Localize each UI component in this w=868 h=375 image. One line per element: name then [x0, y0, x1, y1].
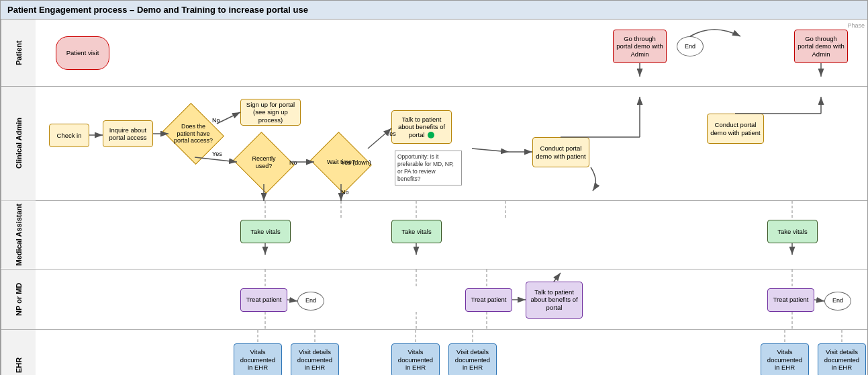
lane-label-clinical-admin: Clinical Admin — [1, 87, 36, 200]
end-oval-3: End — [824, 292, 851, 310]
go-through-admin-1: Go through portal demo with Admin — [613, 30, 667, 63]
no-label-2: No — [289, 159, 297, 166]
treat-patient-2: Treat patient — [465, 288, 512, 312]
diagram-title: Patient Engagement process – Demo and Tr… — [7, 5, 308, 15]
patient-lane-arrows — [36, 19, 867, 86]
lane-label-patient: Patient — [1, 19, 36, 86]
conduct-demo-1: Conduct portal demo with patient — [532, 137, 589, 167]
recently-used-diamond: Recently used? — [237, 140, 291, 184]
sign-up: Sign up for portal (see sign up process) — [240, 99, 301, 126]
inquire-portal: Inquire about portal access — [103, 120, 153, 147]
lane-ehr: EHR Vitals documented in EHR Visit detai… — [1, 330, 867, 375]
np-md-arrows — [36, 269, 867, 329]
end-oval-2: End — [297, 292, 324, 310]
lane-label-ma: Medical Assistant — [1, 201, 36, 269]
vitals-ehr-1: Vitals documented in EHR — [234, 343, 282, 375]
vitals-ehr-2: Vitals documented in EHR — [391, 343, 440, 375]
patient-visit-shape: Patient visit — [56, 36, 109, 70]
title-bar: Patient Engagement process – Demo and Tr… — [1, 1, 867, 19]
talk-to-patient: Talk to patient about benefits of portal — [391, 110, 452, 144]
no-label-3: No — [341, 189, 349, 196]
conduct-demo-2: Conduct portal demo with patient — [707, 114, 764, 144]
opportunity-note: Opportunity: is it preferable for MD, NP… — [395, 151, 462, 185]
take-vitals-3: Take vitals — [767, 220, 818, 243]
svg-line-6 — [217, 112, 240, 124]
lane-np-md: NP or MD Treat patient End Treat patient… — [1, 269, 867, 330]
visit-ehr-3: Visit details documented in EHR — [818, 343, 866, 375]
visit-ehr-1: Visit details documented in EHR — [291, 343, 339, 375]
yes-label-2: Yes — [386, 130, 396, 137]
lane-content-ehr: Vitals documented in EHR Visit details d… — [36, 330, 867, 375]
diagram-container: Patient Engagement process – Demo and Tr… — [0, 0, 868, 375]
lane-label-ehr: EHR — [1, 330, 36, 375]
swim-lanes: Patient Patient visit Go through portal … — [1, 19, 867, 375]
lane-clinical-admin: Clinical Admin Check in Inquire about po… — [1, 87, 867, 201]
check-in: Check in — [49, 124, 89, 147]
end-oval-1: End — [677, 36, 704, 56]
yes-label-1: Yes — [212, 151, 222, 157]
take-vitals-1: Take vitals — [240, 220, 291, 243]
talk-benefits-portal: Talk to patient about benefits of portal — [526, 282, 583, 319]
lane-content-np-md: Treat patient End Treat patient Talk to … — [36, 269, 867, 329]
svg-line-30 — [554, 273, 561, 282]
treat-patient-3: Treat patient — [767, 288, 814, 312]
ma-arrows — [36, 201, 867, 269]
lane-ma: Medical Assistant Take vitals Take vital… — [1, 201, 867, 269]
vitals-ehr-3: Vitals documented in EHR — [761, 343, 809, 375]
lane-content-ma: Take vitals Take vitals Take vitals — [36, 201, 867, 269]
svg-line-31 — [814, 300, 824, 301]
treat-patient-1: Treat patient — [240, 288, 287, 312]
talk-label: Talk to patient about benefits of portal — [395, 116, 448, 138]
lane-content-patient: Patient visit Go through portal demo wit… — [36, 19, 867, 86]
visit-ehr-2: Visit details documented in EHR — [448, 343, 497, 375]
lane-label-np-md: NP or MD — [1, 269, 36, 329]
take-vitals-2: Take vitals — [391, 220, 442, 243]
svg-line-28 — [287, 300, 297, 301]
lane-content-clinical-admin: Check in Inquire about portal access Doe… — [36, 87, 867, 200]
go-through-admin-2: Go through portal demo with Admin — [794, 30, 848, 63]
svg-line-10 — [472, 149, 509, 152]
lane-patient: Patient Patient visit Go through portal … — [1, 19, 867, 87]
